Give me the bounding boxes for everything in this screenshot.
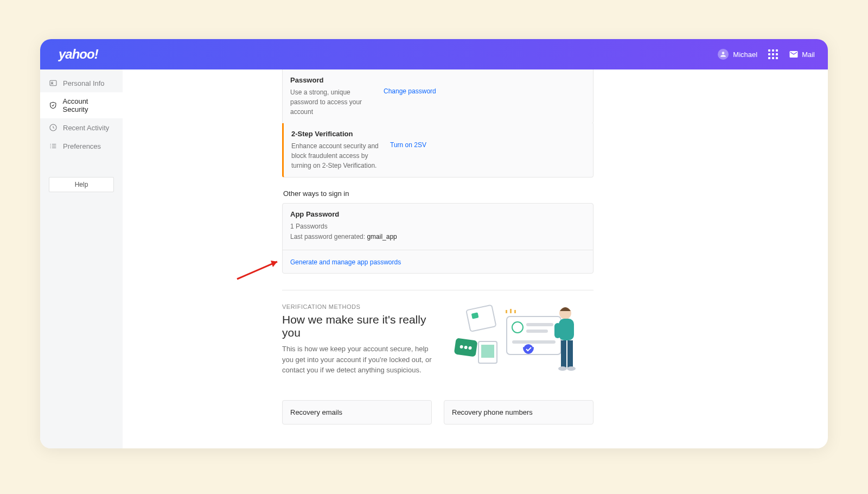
app-password-last-prefix: Last password generated: xyxy=(290,233,367,240)
section-divider xyxy=(282,290,593,290)
sidebar-item-recent-activity[interactable]: Recent Activity xyxy=(40,118,123,137)
sidebar-item-account-security[interactable]: Account Security xyxy=(40,92,123,118)
svg-point-22 xyxy=(558,366,567,371)
user-name: Michael xyxy=(733,50,757,59)
verification-illustration xyxy=(469,303,593,385)
mail-button[interactable]: Mail xyxy=(789,49,815,59)
svg-rect-9 xyxy=(466,305,496,332)
verification-title: How we make sure it's really you xyxy=(282,313,447,339)
verification-label: VERIFICATION METHODS xyxy=(282,303,447,310)
mail-icon xyxy=(789,49,799,59)
sidebar-item-label: Account Security xyxy=(63,97,114,113)
password-title: Password xyxy=(290,76,585,84)
svg-point-8 xyxy=(524,344,533,354)
id-card-icon xyxy=(49,79,58,87)
help-button[interactable]: Help xyxy=(49,177,114,192)
svg-rect-25 xyxy=(514,310,516,313)
recovery-emails-title: Recovery emails xyxy=(290,408,342,416)
mail-label: Mail xyxy=(802,50,815,59)
list-icon xyxy=(49,142,58,150)
sidebar-item-label: Preferences xyxy=(63,142,101,150)
password-card: Password Use a strong, unique password t… xyxy=(282,69,593,124)
two-sv-title: 2-Step Verification xyxy=(291,130,585,138)
app-password-count: 1 Passwords xyxy=(290,221,585,232)
clock-icon xyxy=(49,123,58,132)
svg-rect-6 xyxy=(526,330,548,333)
svg-point-1 xyxy=(52,82,53,84)
verification-section: VERIFICATION METHODS How we make sure it… xyxy=(282,303,593,385)
recovery-phones-title: Recovery phone numbers xyxy=(452,408,533,416)
change-password-link[interactable]: Change password xyxy=(384,87,436,95)
svg-rect-19 xyxy=(554,323,561,338)
app-password-last: Last password generated: gmail_app xyxy=(290,232,585,242)
svg-point-23 xyxy=(567,366,576,371)
sidebar-item-personal-info[interactable]: Personal Info xyxy=(40,74,123,92)
sidebar-item-preferences[interactable]: Preferences xyxy=(40,137,123,155)
password-desc: Use a strong, unique password to access … xyxy=(290,87,377,117)
svg-rect-18 xyxy=(559,319,574,340)
recovery-phones-card[interactable]: Recovery phone numbers xyxy=(444,400,593,425)
generate-manage-app-passwords-link[interactable]: Generate and manage app passwords xyxy=(290,258,401,266)
app-password-card: App Password 1 Passwords Last password g… xyxy=(282,203,593,274)
svg-rect-21 xyxy=(567,340,573,368)
two-sv-card: 2-Step Verification Enhance account secu… xyxy=(282,123,593,178)
svg-point-4 xyxy=(512,322,523,333)
header-bar: yahoo! Michael Mail xyxy=(40,39,828,69)
other-ways-title: Other ways to sign in xyxy=(283,189,593,198)
two-sv-desc: Enhance account security and block fraud… xyxy=(291,141,384,170)
logo-text: yahoo! xyxy=(59,47,98,61)
svg-rect-16 xyxy=(481,345,494,358)
app-password-title: App Password xyxy=(290,210,585,218)
sidebar: Personal Info Account Security Recent Ac… xyxy=(40,69,123,448)
yahoo-logo[interactable]: yahoo! xyxy=(59,47,98,62)
apps-grid-icon[interactable] xyxy=(768,49,778,59)
svg-rect-24 xyxy=(510,309,512,313)
turn-on-2sv-link[interactable]: Turn on 2SV xyxy=(390,141,426,149)
shield-icon xyxy=(49,101,58,110)
svg-rect-20 xyxy=(561,340,566,368)
main-content: Password Use a strong, unique password t… xyxy=(123,69,828,448)
recovery-emails-card[interactable]: Recovery emails xyxy=(282,400,432,425)
user-chip[interactable]: Michael xyxy=(718,49,757,60)
svg-rect-0 xyxy=(50,80,56,85)
avatar-icon xyxy=(718,49,729,60)
svg-rect-5 xyxy=(526,323,553,326)
app-password-last-app: gmail_app xyxy=(367,233,397,240)
svg-rect-7 xyxy=(512,340,556,344)
svg-rect-26 xyxy=(506,310,507,313)
verification-desc: This is how we keep your account secure,… xyxy=(282,344,439,376)
help-label: Help xyxy=(75,181,88,188)
sidebar-item-label: Recent Activity xyxy=(63,124,109,132)
app-window: yahoo! Michael Mail Personal Info xyxy=(40,39,828,448)
sidebar-item-label: Personal Info xyxy=(63,79,105,87)
